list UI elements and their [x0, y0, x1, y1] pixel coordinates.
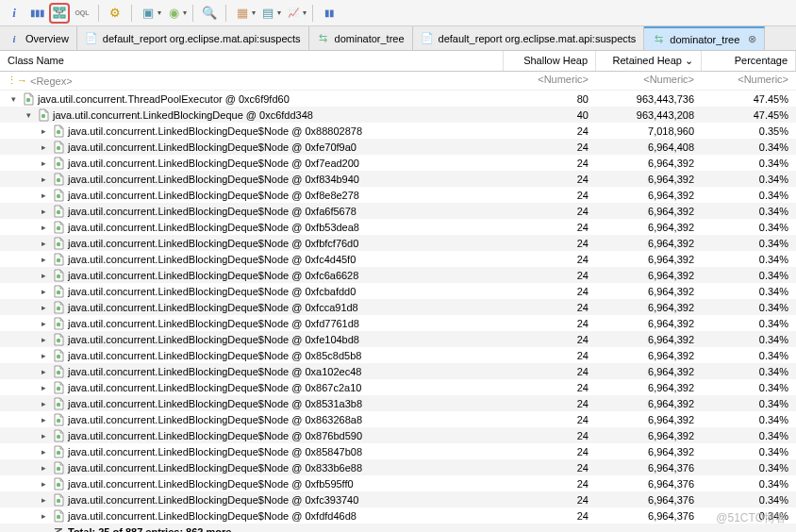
expand-icon[interactable]: ▸	[38, 270, 49, 281]
tree-row[interactable]: ▸java.util.concurrent.LinkedBlockingDequ…	[0, 507, 796, 524]
tab-icon: 📄	[421, 32, 434, 45]
expand-icon[interactable]: ▸	[38, 350, 49, 361]
info-icon[interactable]: i	[4, 3, 25, 24]
dominator-tree-icon[interactable]	[49, 3, 70, 24]
tree-row[interactable]: ▸java.util.concurrent.LinkedBlockingDequ…	[0, 411, 796, 427]
tree-row[interactable]: ▾java.util.concurrent.LinkedBlockingDequ…	[0, 107, 796, 123]
chart-icon[interactable]: 📈	[283, 3, 304, 24]
collapse-icon[interactable]: ▾	[8, 93, 19, 105]
expand-icon[interactable]: ▸	[38, 430, 49, 441]
expand-icon[interactable]: ▸	[38, 238, 49, 249]
cell-percent: 0.34%	[702, 318, 796, 329]
tree-row[interactable]: ▾java.util.concurrent.ThreadPoolExecutor…	[0, 91, 796, 107]
thread-icon[interactable]: ◉	[163, 3, 184, 24]
expand-icon[interactable]: ▸	[38, 302, 49, 313]
dropdown-arrow-icon[interactable]: ▾	[183, 8, 187, 17]
row-label: java.util.concurrent.LinkedBlockingDeque…	[68, 350, 361, 361]
tab-default_report[interactable]: 📄default_report org.eclipse.mat.api:susp…	[413, 26, 645, 50]
tree-row[interactable]: ▸java.util.concurrent.LinkedBlockingDequ…	[0, 267, 796, 283]
tab-default_report[interactable]: 📄default_report org.eclipse.mat.api:susp…	[77, 26, 309, 50]
tree-row[interactable]: ▸java.util.concurrent.LinkedBlockingDequ…	[0, 123, 796, 139]
tab-overview[interactable]: iOverview	[0, 26, 77, 50]
svg-point-26	[57, 450, 60, 454]
expand-icon[interactable]: ▸	[38, 254, 49, 265]
column-shallow-heap[interactable]: Shallow Heap	[504, 51, 596, 71]
dropdown-arrow-icon[interactable]: ▾	[252, 8, 256, 17]
tree-row[interactable]: ▸java.util.concurrent.LinkedBlockingDequ…	[0, 315, 796, 331]
tree-row[interactable]: ▸java.util.concurrent.LinkedBlockingDequ…	[0, 459, 796, 475]
expand-icon[interactable]: ▸	[38, 190, 49, 201]
expand-icon[interactable]: ▸	[38, 206, 49, 217]
calculate-icon[interactable]: ▤	[257, 3, 278, 24]
filter-shallow[interactable]: <Numeric>	[504, 72, 596, 90]
tree-row[interactable]: ▸java.util.concurrent.LinkedBlockingDequ…	[0, 155, 796, 171]
tab-dominator_tree[interactable]: ⇆dominator_tree⊗	[644, 26, 765, 50]
close-icon[interactable]: ⊗	[748, 33, 756, 45]
svg-point-12	[57, 225, 60, 229]
tree-row[interactable]: ▸java.util.concurrent.LinkedBlockingDequ…	[0, 475, 796, 491]
filter-percent[interactable]: <Numeric>	[702, 72, 796, 90]
tree-row[interactable]: ▸java.util.concurrent.LinkedBlockingDequ…	[0, 379, 796, 395]
tree-row[interactable]: ▸java.util.concurrent.LinkedBlockingDequ…	[0, 203, 796, 219]
tree-row[interactable]: ▸java.util.concurrent.LinkedBlockingDequ…	[0, 427, 796, 443]
expand-icon[interactable]: ▸	[38, 382, 49, 393]
histogram-icon[interactable]: ▮▮▮	[26, 3, 47, 24]
expand-icon[interactable]: ▸	[38, 334, 49, 345]
svg-point-14	[57, 258, 60, 261]
oql-icon[interactable]: OQL	[72, 3, 92, 24]
collapse-icon[interactable]: ▾	[23, 109, 34, 121]
cell-percent: 0.34%	[702, 141, 796, 153]
cell-shallow: 24	[504, 302, 596, 313]
expand-icon[interactable]: ▸	[38, 398, 49, 409]
column-class-name[interactable]: Class Name	[0, 51, 504, 71]
expand-icon[interactable]: ▸	[38, 174, 49, 185]
tree-row[interactable]: ▸java.util.concurrent.LinkedBlockingDequ…	[0, 443, 796, 459]
tree-row[interactable]: ▸java.util.concurrent.LinkedBlockingDequ…	[0, 219, 796, 235]
tree-row[interactable]: ▸java.util.concurrent.LinkedBlockingDequ…	[0, 139, 796, 155]
tree-row[interactable]: ▸java.util.concurrent.LinkedBlockingDequ…	[0, 187, 796, 203]
tree-row[interactable]: ▸java.util.concurrent.LinkedBlockingDequ…	[0, 491, 796, 507]
expand-icon[interactable]: ▸	[38, 510, 49, 522]
tree-row[interactable]: ▸java.util.concurrent.LinkedBlockingDequ…	[0, 171, 796, 187]
tree-row[interactable]: ▸java.util.concurrent.LinkedBlockingDequ…	[0, 395, 796, 411]
expand-icon[interactable]: ▸	[38, 222, 49, 233]
cell-shallow: 24	[504, 366, 596, 377]
expand-icon[interactable]: ▸	[38, 462, 49, 474]
expand-icon[interactable]: ▸	[38, 366, 49, 377]
column-retained-heap[interactable]: Retained Heap ⌄	[596, 51, 702, 71]
tree-row[interactable]: ▸java.util.concurrent.LinkedBlockingDequ…	[0, 331, 796, 347]
expand-icon[interactable]: ▸	[38, 141, 49, 153]
dropdown-arrow-icon[interactable]: ▾	[303, 8, 307, 17]
compare-icon[interactable]: ▣	[138, 3, 158, 24]
cell-shallow: 24	[504, 174, 596, 185]
tree-row[interactable]: ▸java.util.concurrent.LinkedBlockingDequ…	[0, 251, 796, 267]
expand-icon[interactable]: ▸	[38, 446, 49, 457]
expand-icon[interactable]: ▸	[38, 478, 49, 490]
gear-icon[interactable]: ⚙	[105, 3, 125, 24]
dropdown-arrow-icon[interactable]: ▾	[277, 8, 281, 17]
tree-row[interactable]: ▸java.util.concurrent.LinkedBlockingDequ…	[0, 347, 796, 363]
group-icon[interactable]: ▦	[232, 3, 253, 24]
tree-row[interactable]: ▸java.util.concurrent.LinkedBlockingDequ…	[0, 235, 796, 251]
dropdown-arrow-icon[interactable]: ▾	[158, 8, 161, 17]
expand-icon[interactable]: ▸	[38, 494, 49, 506]
total-row[interactable]: Total: 25 of 887 entries; 862 more	[0, 524, 796, 532]
cell-percent: 0.34%	[702, 462, 796, 474]
column-percentage[interactable]: Percentage	[702, 51, 796, 71]
filter-retained[interactable]: <Numeric>	[596, 72, 702, 90]
expand-icon[interactable]: ▸	[38, 158, 49, 169]
tree-row[interactable]: ▸java.util.concurrent.LinkedBlockingDequ…	[0, 363, 796, 379]
expand-icon[interactable]: ▸	[38, 125, 49, 137]
expand-icon[interactable]: ▸	[38, 286, 49, 297]
bar-icon[interactable]: ▮▮	[319, 3, 340, 24]
tree-body[interactable]: ▾java.util.concurrent.ThreadPoolExecutor…	[0, 91, 796, 532]
tree-row[interactable]: ▸java.util.concurrent.LinkedBlockingDequ…	[0, 299, 796, 315]
search-icon[interactable]: 🔍	[199, 3, 220, 24]
tree-row[interactable]: ▸java.util.concurrent.LinkedBlockingDequ…	[0, 283, 796, 299]
filter-regex-cell[interactable]: ⋮→ <Regex>	[0, 72, 504, 90]
expand-icon[interactable]: ▸	[38, 318, 49, 329]
row-name-cell: ▸java.util.concurrent.LinkedBlockingDequ…	[0, 477, 504, 490]
cell-shallow: 24	[504, 254, 596, 265]
tab-dominator_tree[interactable]: ⇆dominator_tree	[309, 26, 413, 50]
expand-icon[interactable]: ▸	[38, 414, 49, 425]
